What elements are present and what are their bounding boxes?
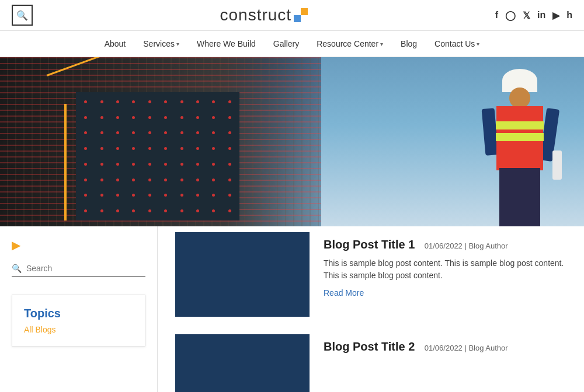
- worker-figure: [473, 69, 566, 226]
- hero-section: [0, 57, 584, 226]
- blog-title-2: Blog Post Title 2: [324, 340, 415, 353]
- nav-item-services[interactable]: Services ▾: [143, 39, 179, 48]
- blog-content-1: Blog Post Title 1 01/06/2022 | Blog Auth…: [324, 232, 566, 317]
- youtube-icon[interactable]: ▶: [552, 10, 559, 21]
- topics-box: Topics All Blogs: [12, 295, 145, 346]
- social-icons-bar: f ◯ 𝕏 in ▶ h: [495, 10, 572, 21]
- nav-item-blog[interactable]: Blog: [401, 39, 417, 48]
- search-icon: 🔍: [16, 10, 28, 21]
- nav-label-services: Services: [143, 39, 175, 48]
- nav-label-blog: Blog: [401, 39, 417, 48]
- hero-worker-side: [321, 57, 584, 226]
- houzz-icon[interactable]: h: [566, 10, 572, 20]
- logo-icon: [294, 8, 308, 22]
- nav-item-contact[interactable]: Contact Us ▾: [434, 39, 479, 48]
- nav-item-resource-center[interactable]: Resource Center ▾: [317, 39, 383, 48]
- nav-item-where-we-build[interactable]: Where We Build: [197, 39, 256, 48]
- search-button[interactable]: 🔍: [12, 5, 33, 26]
- blog-meta-2: 01/06/2022 | Blog Author: [425, 344, 508, 352]
- blog-content-2: Blog Post Title 2 01/06/2022 | Blog Auth…: [324, 334, 566, 392]
- crane-mast: [64, 104, 67, 220]
- nav-item-gallery[interactable]: Gallery: [273, 39, 299, 48]
- nav-label-where-we-build: Where We Build: [197, 39, 256, 48]
- topics-title: Topics: [24, 307, 133, 320]
- chevron-down-icon: ▾: [176, 41, 179, 47]
- worker-vest-stripe-1: [496, 121, 544, 130]
- blog-post-2: Blog Post Title 2 01/06/2022 | Blog Auth…: [175, 334, 566, 392]
- read-more-1[interactable]: Read More: [324, 288, 364, 298]
- site-logo: construct: [220, 6, 308, 24]
- all-blogs-link[interactable]: All Blogs: [24, 325, 133, 334]
- crane-arm: [46, 57, 134, 76]
- instagram-icon[interactable]: ◯: [505, 10, 516, 21]
- sidebar-arrow-icon: ▶: [12, 238, 145, 252]
- nav-label-resource-center: Resource Center: [317, 39, 378, 48]
- worker-vest-stripe-2: [496, 133, 544, 141]
- nav-label-contact: Contact Us: [434, 39, 475, 48]
- facebook-icon[interactable]: f: [495, 10, 498, 20]
- sidebar: ▶ 🔍 Topics All Blogs: [0, 226, 158, 392]
- worker-pants: [499, 168, 540, 226]
- blog-title-1: Blog Post Title 1: [324, 238, 415, 251]
- linkedin-icon[interactable]: in: [537, 10, 545, 20]
- search-icon: 🔍: [12, 264, 22, 273]
- blueprint-roll: [552, 150, 562, 180]
- blog-meta-1: 01/06/2022 | Blog Author: [425, 242, 508, 250]
- chevron-down-icon: ▾: [477, 41, 479, 47]
- main-nav: About Services ▾ Where We Build Gallery …: [0, 30, 584, 57]
- twitter-icon[interactable]: 𝕏: [523, 10, 530, 21]
- blog-thumbnail-1: [175, 232, 310, 317]
- sidebar-search-container[interactable]: 🔍: [12, 264, 145, 277]
- rebar-wall: [76, 92, 239, 220]
- search-input[interactable]: [26, 264, 145, 273]
- nav-item-about[interactable]: About: [105, 39, 126, 48]
- worker-head: [509, 88, 530, 108]
- blog-list: Blog Post Title 1 01/06/2022 | Blog Auth…: [158, 226, 584, 392]
- blog-post-1: Blog Post Title 1 01/06/2022 | Blog Auth…: [175, 232, 566, 317]
- nav-label-about: About: [105, 39, 126, 48]
- content-area: ▶ 🔍 Topics All Blogs Blog Post Title 1 0…: [0, 226, 584, 392]
- hero-overlay: [0, 57, 584, 226]
- blog-thumbnail-2: [175, 334, 310, 392]
- top-bar: 🔍 construct f ◯ 𝕏 in ▶ h: [0, 0, 584, 30]
- blog-excerpt-1: This is sample blog post content. This i…: [324, 257, 566, 282]
- hero-construction-side: [0, 57, 321, 226]
- nav-label-gallery: Gallery: [273, 39, 299, 48]
- logo-text: construct: [220, 6, 292, 24]
- chevron-down-icon: ▾: [380, 41, 383, 47]
